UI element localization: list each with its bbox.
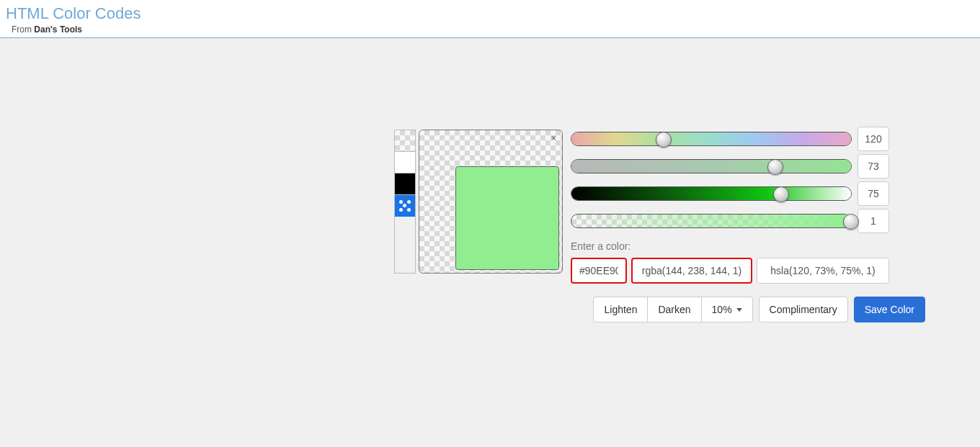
- saturation-track[interactable]: [571, 159, 852, 173]
- hue-input[interactable]: [858, 127, 889, 151]
- header-subtitle: From Dan's Tools: [12, 24, 974, 35]
- saturation-input[interactable]: [858, 154, 889, 179]
- hue-knob[interactable]: [656, 132, 672, 148]
- swatch-column: [394, 130, 416, 274]
- lighten-darken-group: Lighten Darken 10%: [593, 297, 752, 322]
- action-button-row: Lighten Darken 10% Complimentary Save Co…: [571, 297, 925, 322]
- swatch-white[interactable]: [395, 152, 415, 173]
- hsla-input[interactable]: [757, 258, 889, 284]
- alpha-knob[interactable]: [843, 214, 859, 230]
- save-color-button[interactable]: Save Color: [854, 297, 925, 322]
- alpha-input[interactable]: [858, 209, 889, 233]
- hue-track[interactable]: [571, 132, 852, 146]
- alpha-track[interactable]: [571, 214, 852, 228]
- complimentary-button[interactable]: Complimentary: [759, 297, 848, 322]
- lighten-button[interactable]: Lighten: [593, 297, 648, 322]
- lightness-knob[interactable]: [773, 186, 789, 202]
- rgba-input[interactable]: [631, 258, 752, 284]
- page-header: HTML Color Codes From Dan's Tools: [0, 0, 980, 38]
- dice-icon: [398, 199, 412, 213]
- color-preview-inner: [455, 166, 559, 270]
- close-icon[interactable]: ×: [551, 132, 556, 143]
- saturation-slider-row: [571, 158, 889, 174]
- darken-button[interactable]: Darken: [647, 297, 701, 322]
- lightness-slider-row: [571, 186, 889, 202]
- color-input-row: [571, 258, 889, 284]
- caret-icon: [736, 308, 742, 312]
- swatch-transparent[interactable]: [395, 130, 415, 152]
- hue-slider-row: [571, 131, 889, 147]
- enter-color-label: Enter a color:: [571, 240, 889, 252]
- swatch-random-button[interactable]: [395, 195, 415, 217]
- lightness-input[interactable]: [858, 181, 889, 206]
- color-preview-outer: ×: [419, 130, 563, 274]
- color-picker-panel: ×: [394, 130, 563, 274]
- swatch-black[interactable]: [395, 173, 415, 195]
- controls-panel: Enter a color: Lighten Darken 10% Compli…: [571, 131, 889, 322]
- saturation-knob[interactable]: [767, 159, 783, 175]
- site-title-link[interactable]: HTML Color Codes: [6, 4, 141, 22]
- hex-input[interactable]: [571, 258, 627, 284]
- lightness-track[interactable]: [571, 186, 852, 201]
- percent-dropdown[interactable]: 10%: [701, 297, 753, 322]
- alpha-slider-row: [571, 213, 889, 229]
